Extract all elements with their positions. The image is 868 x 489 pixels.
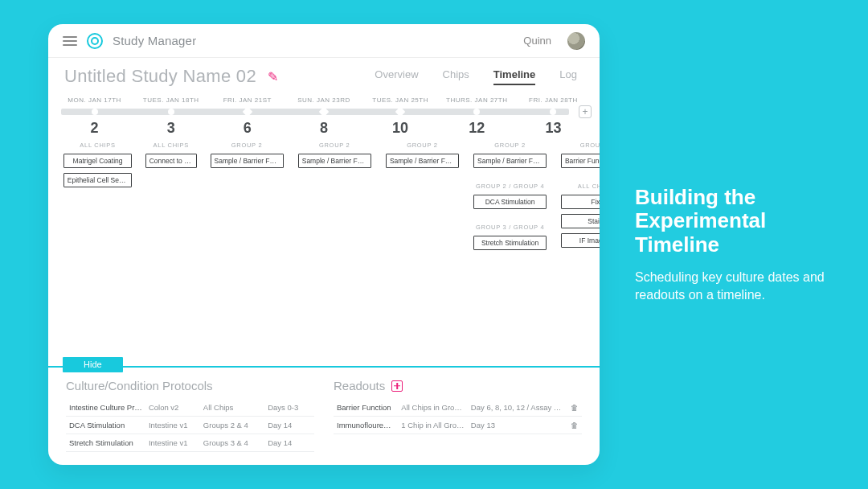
readout-scope: All Chips in Group 2 [398, 399, 468, 417]
day-column: GROUP 2 Sample / Barrier Func… [380, 137, 465, 322]
hide-panel-button[interactable]: Hide [63, 357, 123, 372]
day-number: 13 [517, 120, 590, 137]
protocol-scope: Groups 3 & 4 [200, 434, 264, 452]
trash-icon[interactable]: 🗑 [567, 399, 582, 417]
protocol-version: Colon v2 [145, 399, 200, 417]
protocol-name: Intestine Culture Protocol [66, 399, 145, 417]
group-label: ALL CHIPS [80, 142, 115, 149]
edit-title-icon[interactable]: ✎ [268, 69, 278, 84]
timeline-card[interactable]: Sample / Barrier Func… [298, 154, 371, 168]
user-name[interactable]: Quinn [523, 35, 551, 47]
protocol-scope: Groups 2 & 4 [200, 417, 264, 434]
caption-title: Building the Experimental Timeline [635, 186, 828, 258]
timeline-card[interactable]: Matrigel Coating [63, 154, 133, 168]
view-tabs: Overview Chips Timeline Log [375, 68, 583, 85]
readout-days: Day 6, 8, 10, 12 / Assay Day 13 [468, 399, 567, 417]
bottom-panels: Culture/Condition Protocols Intestine Cu… [48, 368, 600, 465]
table-row[interactable]: Barrier Function All Chips in Group 2 Da… [334, 399, 582, 417]
trash-icon[interactable]: 🗑 [567, 417, 582, 434]
topbar: Study Manager Quinn [48, 24, 600, 58]
timeline-card[interactable]: Connect to Flow [145, 154, 197, 168]
protocols-panel: Culture/Condition Protocols Intestine Cu… [66, 379, 314, 452]
group-label: GROUP 2 [494, 142, 526, 149]
tab-overview[interactable]: Overview [375, 68, 418, 85]
add-day-button[interactable]: + [579, 105, 592, 118]
day-number: 8 [287, 120, 360, 137]
date-header: MON. JAN 17TH [58, 95, 131, 107]
day-knob[interactable] [168, 109, 174, 115]
timeline-card[interactable]: Sample / Barrier Func… [386, 154, 459, 168]
protocol-days: Days 0-3 [264, 399, 314, 417]
day-number: 12 [440, 120, 514, 137]
group-label: ALL CHIPS [154, 142, 189, 149]
day-number: 3 [134, 120, 207, 137]
readouts-title: Readouts [334, 379, 385, 392]
menu-icon[interactable] [63, 36, 77, 46]
app-window: Study Manager Quinn Untitled Study Name … [48, 24, 600, 465]
table-row[interactable]: Immunoflourescence 1 Chip in All Groups … [334, 417, 582, 434]
timeline-card[interactable]: IF Imaging [561, 233, 600, 248]
protocol-days: Day 14 [264, 417, 314, 434]
readout-name: Barrier Function [334, 399, 398, 417]
table-row[interactable]: Stretch Stimulation Intestine v1 Groups … [66, 434, 314, 452]
day-number: 10 [364, 120, 437, 137]
protocol-name: Stretch Stimulation [66, 434, 145, 452]
app-name: Study Manager [113, 34, 196, 47]
add-readout-icon[interactable] [391, 380, 403, 392]
timeline-card[interactable]: Stretch Stimulation [473, 236, 547, 250]
day-knob[interactable] [550, 109, 556, 115]
readout-name: Immunoflourescence [334, 417, 398, 434]
timeline-track[interactable]: + [58, 107, 590, 117]
timeline-card[interactable]: Stain [561, 214, 600, 228]
tab-timeline[interactable]: Timeline [493, 68, 536, 85]
brand-icon [87, 33, 103, 49]
timeline-card[interactable]: Epithelial Cell Seeding [63, 173, 133, 187]
timeline-card[interactable]: Sample / Barrier Func… [473, 154, 547, 168]
slide-caption: Building the Experimental Timeline Sched… [635, 186, 828, 304]
timeline-card[interactable]: Fix [561, 195, 600, 209]
date-header: THURS. JAN 27TH [440, 95, 514, 107]
day-knob[interactable] [242, 107, 252, 117]
panel-divider: Hide [48, 366, 600, 368]
date-header: SUN. JAN 23RD [287, 95, 360, 107]
tab-chips[interactable]: Chips [443, 68, 469, 85]
table-row[interactable]: DCA Stimulation Intestine v1 Groups 2 & … [66, 417, 314, 434]
protocols-title: Culture/Condition Protocols [66, 379, 314, 392]
readouts-panel: Readouts Barrier Function All Chips in G… [334, 379, 582, 452]
day-column: GROUP 2 Sample / Barrier Func… GROUP 2 /… [468, 137, 552, 322]
day-knob[interactable] [92, 109, 98, 115]
timeline-card[interactable]: Barrier Function Assay [561, 154, 600, 168]
study-title: Untitled Study Name 02 [64, 66, 256, 87]
date-header: TUES. JAN 18TH [134, 95, 207, 107]
day-column: GROUP 2 Sample / Barrier Func… [204, 137, 289, 322]
group-label: GROUP 3 / GROUP 4 [476, 224, 544, 231]
group-label: GROUP 2 [231, 142, 263, 149]
tab-log[interactable]: Log [559, 68, 577, 85]
day-number: 2 [58, 120, 131, 137]
protocol-version: Intestine v1 [145, 434, 200, 452]
date-header: FRI. JAN 21ST [211, 95, 284, 107]
readout-days: Day 13 [468, 417, 567, 434]
protocol-days: Day 14 [264, 434, 314, 452]
day-knob[interactable] [319, 107, 330, 117]
date-header: TUES. JAN 25TH [364, 95, 437, 107]
caption-body: Scheduling key culture dates and readout… [635, 269, 828, 303]
readout-scope: 1 Chip in All Groups [398, 417, 468, 434]
group-label: ALL CHIPS [578, 183, 600, 190]
day-knob[interactable] [473, 109, 480, 115]
protocol-version: Intestine v1 [145, 417, 200, 434]
avatar[interactable] [567, 32, 585, 50]
timeline-card[interactable]: Sample / Barrier Func… [211, 154, 284, 168]
protocol-name: DCA Stimulation [66, 417, 145, 434]
timeline: MON. JAN 17TH TUES. JAN 18TH FRI. JAN 21… [48, 92, 600, 322]
day-number: 6 [211, 120, 284, 137]
group-label: GROUP 2 [319, 142, 350, 149]
day-column: ALL CHIPS Connect to Flow [141, 137, 201, 322]
group-label: GROUP 2 / GROUP 4 [476, 183, 544, 190]
timeline-card[interactable]: DCA Stimulation [473, 195, 547, 209]
group-label: GROUP 2 [580, 142, 600, 149]
table-row[interactable]: Intestine Culture Protocol Colon v2 All … [66, 399, 314, 417]
title-row: Untitled Study Name 02 ✎ Overview Chips … [48, 58, 600, 92]
day-column: GROUP 2 Sample / Barrier Func… [293, 137, 377, 322]
day-knob[interactable] [395, 107, 406, 117]
